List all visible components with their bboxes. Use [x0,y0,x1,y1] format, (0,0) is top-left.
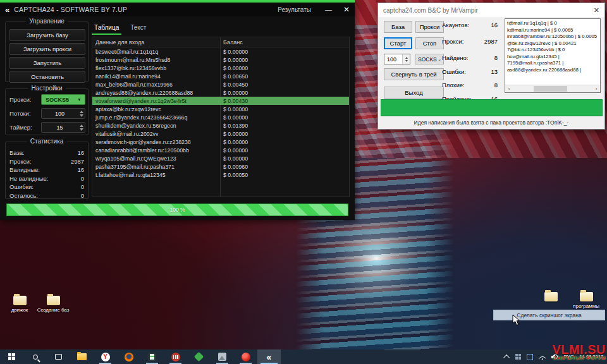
desktop-icon-label: программы [568,303,604,309]
account-login: t.fattahov@mail.ru:gta12345 [92,172,220,178]
close-icon[interactable]: ✕ [343,5,350,14]
desktop-icon-dvizhok[interactable]: движок [1,296,38,313]
threads-value: 100 [42,111,78,117]
table-row[interactable]: bzsweet@mail.ru:1q1q1q $ 0.00000 [92,47,349,56]
chevron-down-icon: ▼ [77,97,82,102]
result-line: inrabbit@rambler.ru:120500bb | $ 0.0005 [507,33,598,40]
clock-date[interactable]: 14.08.2017 [579,355,603,360]
results-menu[interactable]: Результаты [278,6,311,13]
result-line: @bk.ru:zxqw12revc | $ 0.00421 [507,40,598,47]
exit-button[interactable]: Выход [384,87,444,99]
folder-icon [13,296,27,305]
desktop-icon-sozdanie-baz[interactable]: Создание баз [35,296,71,313]
account-login: pasha37195@mail.ru:pasha371 [92,164,220,170]
proxy-type-dropdown[interactable]: SOCKS5 ▼ [41,94,85,105]
column-header-login[interactable]: Данные для входа [92,39,220,46]
spin-down-icon[interactable] [80,114,83,117]
start-button[interactable] [0,349,23,364]
base-button[interactable]: База [384,21,412,33]
spin-down-icon[interactable] [80,128,83,131]
table-row[interactable]: jump.e.r@yandex.ru:423666423666q $ 0.000… [92,113,349,121]
account-balance: $ 0.00000 [220,57,248,63]
threads-label: Потоки: [9,110,31,117]
spin-up-icon[interactable] [405,57,408,59]
tab-text[interactable]: Текст [128,23,149,35]
desktop-icon-programmy[interactable]: программы [568,292,604,309]
bank-app-button[interactable] [164,349,187,364]
column-header-balance[interactable]: Баланс [220,39,243,46]
taskbar-search-button[interactable] [23,349,47,364]
threads-stepper[interactable]: 100 [384,54,410,64]
statistic-value: 2987 [484,38,498,45]
table-row[interactable]: max_bel96@mail.ru:max19966 $ 0.00450 [92,80,349,88]
minimize-icon[interactable]: — [325,6,332,13]
firefox-button[interactable] [117,349,140,364]
scrollbar-track[interactable] [513,85,592,92]
yandex-browser-icon: Y [101,353,110,361]
tab-table[interactable]: Таблица [92,23,121,35]
progress-bar [381,99,603,116]
wifi-icon[interactable] [539,355,546,360]
language-indicator[interactable]: РУС [563,354,573,360]
title-bar[interactable]: « CAPTCHA24 - SOFTWARE BY 7.UP Результат… [0,3,355,16]
scrollbar-thumb[interactable] [534,86,567,92]
photos-app-button[interactable] [211,349,234,364]
table-row[interactable]: nanik14@mail.ru:narine94 $ 0.00650 [92,72,349,80]
captcha-app-taskbar-button[interactable]: « [257,349,281,364]
proxy-type-dropdown[interactable]: SOCKS ⌄ [415,54,444,64]
spin-up-icon[interactable] [80,111,83,113]
table-row[interactable]: frostmourn@mail.ru:Mrs5hsd8 $ 0.00000 [92,56,349,64]
account-balance: $ 0.00000 [220,90,248,96]
table-row[interactable]: t.fattahov@mail.ru:gta12345 $ 0.00050 [92,171,349,179]
table-row[interactable]: vovaforward@yandex.ru:1q2w3e4r5t $ 0.004… [92,97,349,105]
account-balance: $ 0.00450 [220,82,248,88]
progress-bar: 100 % [6,203,348,216]
account-login: canadianrabbit@rambler.ru:120500bb [92,147,220,154]
folder-icon [580,292,593,301]
result-line: asd88@yandex.ru:220688asd88 | [507,67,598,74]
yandex-browser-button[interactable]: Y [94,349,117,364]
captcha-app-icon: « [5,5,9,15]
tray-expand-icon[interactable] [504,355,510,361]
close-icon[interactable]: ✕ [594,6,599,15]
stop-button[interactable]: Остановить [9,71,85,83]
threads-stepper[interactable]: 100 [41,108,85,119]
table-row[interactable]: canadianrabbit@rambler.ru:120500bb $ 0.0… [92,146,349,154]
table-row[interactable]: serafimovich-igor@yandex.ru:z238238 $ 0.… [92,138,349,146]
horizontal-scrollbar[interactable]: ‹ › [505,85,600,92]
minimize-to-tray-button[interactable]: Свернуть в трей [384,68,444,80]
volume-icon[interactable] [551,354,558,360]
table-row[interactable]: pasha37195@mail.ru:pasha371 $ 0.00960 [92,162,349,171]
stop-button[interactable]: Стоп [415,37,444,49]
account-login: flex1337@bk.ru:123456vvbb [92,65,220,71]
statistics-group-title: Статистика [27,138,67,145]
start-button[interactable]: Запустить [9,57,85,69]
spin-down-icon[interactable] [405,60,408,62]
start-button[interactable]: Старт [384,37,412,49]
statistic-value: 0 [81,183,84,190]
timer-value: 15 [42,124,78,131]
table-row[interactable]: flex1337@bk.ru:123456vvbb $ 0.00000 [92,64,349,72]
timer-stepper[interactable]: 15 [41,122,85,133]
table-row[interactable]: wryqa105@mail.ru:QWEqwe123 $ 0.00000 [92,154,349,162]
tray-grid-icon[interactable] [515,354,521,360]
load-base-button[interactable]: Загрузить базу [9,29,85,41]
scroll-left-icon[interactable]: ‹ [505,85,513,93]
desktop-icon-unnamed[interactable] [532,292,569,303]
table-row[interactable]: aptaxa@bk.ru:zxqw12revc $ 0.00000 [92,105,349,113]
table-row[interactable]: shurikdem@yandex.ru:56regeon $ 0.01390 [92,121,349,130]
spin-up-icon[interactable] [80,124,83,127]
table-row[interactable]: andreyasd88@yandex.ru:220688asd88 $ 0.00… [92,88,349,97]
load-proxy-button[interactable]: Загрузить прокси [9,43,85,55]
scroll-right-icon[interactable]: › [592,85,600,93]
notepad-app-button[interactable] [140,349,164,364]
table-row[interactable]: vitaliusik@mail.ru:2002vv $ 0.00000 [92,130,349,138]
diamond-app-button[interactable] [187,349,211,364]
results-textbox[interactable]: t@mail.ru:1q1q1q | $ 0k@mail.ru:narine94… [505,18,601,93]
tray-snip-icon[interactable] [527,354,533,360]
file-explorer-button[interactable] [70,349,94,364]
proxy-button[interactable]: Прокси [415,21,444,33]
title-bar[interactable]: captcha24.com B&C by MrVampir ✕ [378,3,604,17]
task-view-button[interactable] [47,349,70,364]
red-sphere-app-button[interactable] [234,349,257,364]
